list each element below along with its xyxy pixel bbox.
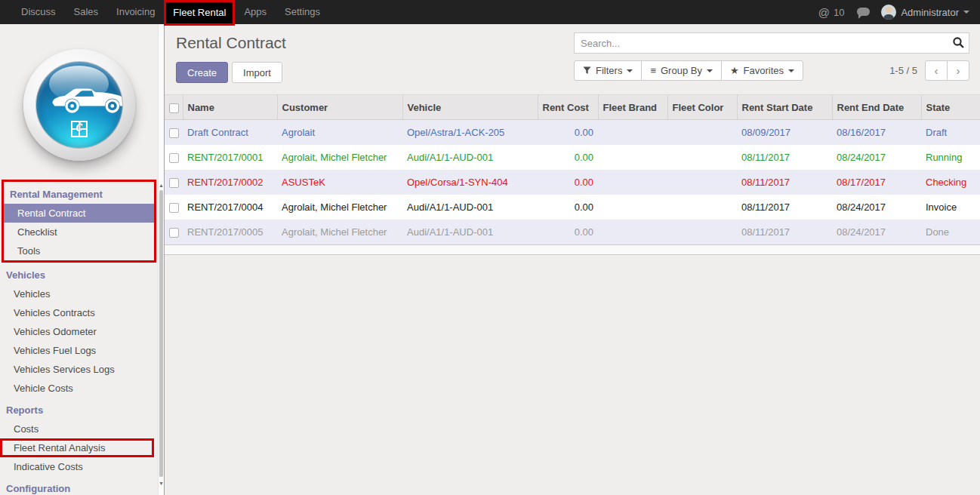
- column-header-customer[interactable]: Customer: [277, 95, 402, 120]
- control-panel: Rental Contract Create Import: [165, 24, 980, 89]
- sidebar-section-title: Vehicles: [0, 263, 158, 284]
- sidebar-section-title: Configuration: [0, 476, 158, 495]
- chevron-down-icon: [627, 69, 633, 75]
- sidebar-section-configuration: ConfigurationVehicle Status: [0, 476, 158, 495]
- cell-rent-end-date: 08/16/2017: [832, 120, 921, 145]
- chevron-down-icon: [963, 11, 969, 17]
- sidebar-item-costs[interactable]: Costs: [0, 420, 158, 438]
- nav-item-sales[interactable]: Sales: [65, 0, 108, 24]
- sidebar-section-rental-management: Rental ManagementRental ContractChecklis…: [2, 180, 156, 263]
- rental-contract-list: NameCustomerVehicleRent CostFleet BrandF…: [165, 94, 980, 255]
- sidebar-item-vehicle-costs[interactable]: Vehicle Costs: [0, 379, 158, 398]
- table-row[interactable]: Draft ContractAgrolaitOpel/Astra/1-ACK-2…: [165, 120, 980, 145]
- chat-bubble-icon[interactable]: [857, 8, 870, 16]
- sidebar-item-fleet-rental-analysis[interactable]: Fleet Rental Analysis: [0, 438, 154, 457]
- cell-rent-cost: 0.00: [538, 170, 598, 195]
- row-checkbox[interactable]: [169, 128, 179, 138]
- create-button[interactable]: Create: [176, 62, 228, 83]
- sidebar-scrollbar[interactable]: ▲ ▼: [158, 24, 165, 495]
- chevron-down-icon: [788, 69, 794, 75]
- cell-fleet-color: [667, 195, 737, 220]
- column-header-rent-end-date[interactable]: Rent End Date: [832, 95, 921, 120]
- sidebar-item-vehicles-fuel-logs[interactable]: Vehicles Fuel Logs: [0, 341, 158, 360]
- favorites-button[interactable]: ★ Favorites: [721, 60, 803, 81]
- sidebar-item-vehicles-contracts[interactable]: Vehicles Contracts: [0, 303, 158, 322]
- cell-fleet-color: [667, 220, 737, 244]
- app-logo: ¢: [0, 24, 158, 180]
- sidebar-item-rental-contract[interactable]: Rental Contract: [4, 204, 154, 223]
- nav-item-apps[interactable]: Apps: [235, 0, 276, 24]
- table-row[interactable]: RENT/2017/0001Agrolait, Michel FletcherA…: [165, 145, 980, 170]
- cell-state: Done: [921, 220, 980, 244]
- pager-next-button[interactable]: ›: [947, 60, 969, 81]
- user-menu[interactable]: Administrator: [881, 5, 969, 20]
- cell-rent-start-date: 08/09/2017: [737, 120, 832, 145]
- column-header-rent-cost[interactable]: Rent Cost: [538, 95, 598, 120]
- column-header-rent-start-date[interactable]: Rent Start Date: [737, 95, 832, 120]
- row-checkbox[interactable]: [169, 153, 179, 163]
- avatar: [881, 5, 896, 20]
- cell-state: Running: [921, 145, 980, 170]
- cell-rent-cost: 0.00: [538, 120, 598, 145]
- fleet-rental-logo-orb: ¢: [23, 49, 135, 161]
- nav-item-fleet-rental[interactable]: Fleet Rental: [164, 0, 235, 26]
- search-box: [574, 32, 969, 54]
- top-navigation-bar: DiscussSalesInvoicingFleet RentalAppsSet…: [0, 0, 980, 24]
- group-by-button[interactable]: ≡ Group By: [641, 60, 722, 81]
- cell-fleet-brand: [598, 220, 667, 244]
- pager-previous-button[interactable]: ‹: [925, 60, 948, 81]
- scroll-up-icon[interactable]: ▲: [159, 183, 164, 188]
- row-checkbox[interactable]: [169, 178, 179, 188]
- cell-rent-end-date: 08/17/2017: [832, 170, 921, 195]
- cell-fleet-brand: [598, 195, 667, 220]
- cell-customer: ASUSTeK: [277, 170, 402, 195]
- sidebar-item-vehicles-services-logs[interactable]: Vehicles Services Logs: [0, 360, 158, 379]
- mention-count-badge: 10: [834, 7, 844, 18]
- column-header-name[interactable]: Name: [183, 95, 277, 120]
- sidebar-item-checklist[interactable]: Checklist: [4, 223, 154, 241]
- sidebar-section-title: Reports: [0, 398, 158, 420]
- cell-customer: Agrolait, Michel Fletcher: [277, 195, 402, 220]
- column-header-state[interactable]: State: [921, 95, 980, 120]
- row-checkbox[interactable]: [169, 203, 179, 213]
- filters-button[interactable]: Filters: [574, 60, 642, 81]
- table-row[interactable]: RENT/2017/0005Agrolait, Michel FletcherA…: [165, 220, 980, 244]
- chevron-down-icon: [707, 69, 713, 75]
- page-title: Rental Contract: [176, 32, 286, 54]
- cell-vehicle: Audi/A1/1-AUD-001: [402, 145, 538, 170]
- group-by-bars-icon: ≡: [650, 65, 656, 76]
- sidebar-menu: Rental ManagementRental ContractChecklis…: [0, 180, 158, 495]
- column-header-fleet-color[interactable]: Fleet Color: [667, 95, 737, 120]
- table-row[interactable]: RENT/2017/0002ASUSTeKOpel/Corsa/1-SYN-40…: [165, 170, 980, 195]
- sidebar-item-indicative-costs[interactable]: Indicative Costs: [0, 457, 158, 476]
- cell-customer: Agrolait, Michel Fletcher: [277, 220, 402, 244]
- select-all-checkbox[interactable]: [169, 103, 179, 113]
- column-header-vehicle[interactable]: Vehicle: [402, 95, 538, 120]
- cell-rent-end-date: 08/24/2017: [832, 145, 921, 170]
- sidebar-item-tools[interactable]: Tools: [4, 241, 154, 260]
- mentions-button[interactable]: @ 10: [814, 6, 849, 19]
- search-icon[interactable]: [952, 36, 965, 49]
- cell-customer: Agrolait: [277, 120, 402, 145]
- cell-rent-cost: 0.00: [538, 220, 598, 244]
- row-checkbox[interactable]: [169, 228, 179, 238]
- scroll-down-icon[interactable]: ▼: [159, 481, 164, 486]
- import-button[interactable]: Import: [232, 62, 282, 83]
- table-row[interactable]: RENT/2017/0004Agrolait, Michel FletcherA…: [165, 195, 980, 220]
- cell-state: Checking: [921, 170, 980, 195]
- cell-rent-start-date: 08/11/2017: [737, 195, 832, 220]
- sidebar-item-vehicles-odometer[interactable]: Vehicles Odometer: [0, 322, 158, 341]
- sidebar-item-vehicles[interactable]: Vehicles: [0, 284, 158, 303]
- scrollbar-thumb[interactable]: [159, 190, 163, 477]
- cell-fleet-color: [667, 145, 737, 170]
- cell-state: Draft: [921, 120, 980, 145]
- nav-item-discuss[interactable]: Discuss: [12, 0, 65, 24]
- column-header-fleet-brand[interactable]: Fleet Brand: [598, 95, 667, 120]
- search-view-buttons: Filters ≡ Group By ★ Favorites: [574, 60, 803, 81]
- content-area: Rental Contract Create Import: [165, 24, 980, 495]
- cell-state: Invoice: [921, 195, 980, 220]
- search-input[interactable]: [574, 32, 969, 54]
- cell-name: RENT/2017/0002: [183, 170, 277, 195]
- nav-item-settings[interactable]: Settings: [276, 0, 329, 24]
- nav-item-invoicing[interactable]: Invoicing: [107, 0, 164, 24]
